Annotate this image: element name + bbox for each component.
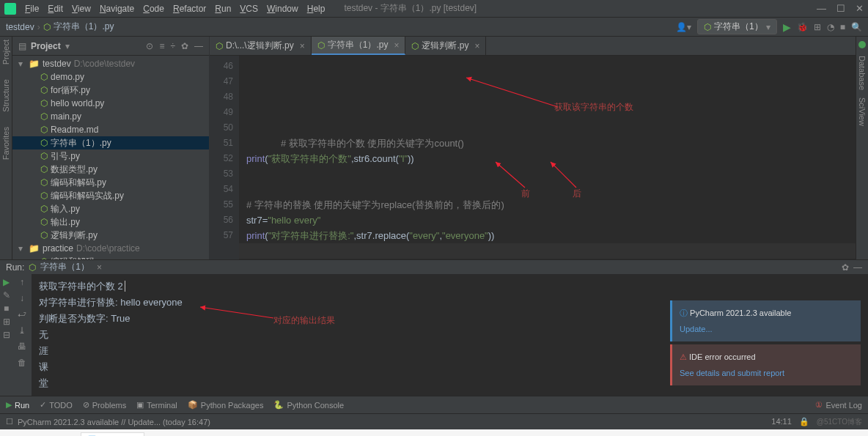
status-message[interactable]: PyCharm 2021.2.3 available // Update... …	[18, 418, 210, 426]
breadcrumb-project[interactable]: testdev	[6, 22, 34, 32]
tree-item[interactable]: ⬡demo.py	[12, 70, 209, 84]
close-tab-icon[interactable]: ×	[394, 40, 399, 51]
menu-navigate[interactable]: Navigate	[95, 4, 139, 14]
editor-tab[interactable]: ⬡字符串（1）.py×	[312, 37, 406, 55]
close-button[interactable]: ✕	[856, 3, 864, 14]
up-icon[interactable]: ↑	[20, 277, 24, 287]
tree-item[interactable]: ▾📁practice D:\code\practice	[12, 242, 209, 255]
event-log-tab[interactable]: ①Event Log	[815, 400, 862, 410]
problems-tab[interactable]: ⊘Problems	[83, 400, 126, 410]
menu-run[interactable]: Run	[210, 4, 235, 14]
debug-button[interactable]: 🐞	[797, 22, 808, 32]
profile-button[interactable]: ◔	[827, 22, 834, 32]
code-editor[interactable]: 获取该字符串的个数 前 后 # 获取字符串的个数 使用的关键字为count() …	[239, 56, 856, 259]
update-notification[interactable]: ⓘ PyCharm 2021.2.3 available Update...	[670, 300, 861, 341]
search-everywhere-button[interactable]: 🔍	[851, 22, 862, 32]
project-panel: ▤ Project ▾ ⊙ ≡ ÷ ✿ ― ▾📁testdev D:\code\…	[12, 37, 210, 259]
tree-item[interactable]: ⬡引号.py	[12, 149, 209, 163]
close-run-tab-icon[interactable]: ×	[97, 262, 102, 273]
sciview-tool-button[interactable]: SciView	[858, 97, 867, 126]
menu-help[interactable]: Help	[303, 4, 330, 14]
favorites-tool-button[interactable]: Favorites	[1, 127, 10, 160]
run-tool-icon[interactable]: ✎	[3, 290, 10, 300]
menu-view[interactable]: View	[67, 4, 95, 14]
annotation-after: 后	[573, 186, 581, 202]
menu-code[interactable]: Code	[139, 4, 169, 14]
terminal-tab[interactable]: ▣Terminal	[136, 400, 177, 410]
lock-icon[interactable]: 🔒	[799, 417, 809, 427]
run-settings-icon[interactable]: ✿	[842, 262, 849, 273]
tree-item[interactable]: ⬡数据类型.py	[12, 163, 209, 176]
structure-tool-button[interactable]: Structure	[1, 79, 10, 112]
run-config-selector[interactable]: ⬡字符串（1）▾	[697, 19, 777, 34]
tree-item[interactable]: ⬡编码和解码.py	[12, 176, 209, 189]
coverage-button[interactable]: ⊞	[814, 22, 821, 32]
tree-item[interactable]: ⬡输出.py	[12, 215, 209, 229]
status-notification-icon[interactable]: ☐	[6, 417, 13, 426]
tree-item[interactable]: ⬡逻辑判断.py	[12, 229, 209, 242]
rerun-button[interactable]: ▶	[3, 277, 10, 287]
python-packages-tab[interactable]: 📦Python Packages	[188, 400, 264, 410]
close-tab-icon[interactable]: ×	[474, 41, 479, 51]
menu-file[interactable]: File	[21, 4, 43, 14]
layout-icon[interactable]: ⊞	[3, 317, 10, 327]
menu-edit[interactable]: Edit	[43, 4, 67, 14]
run-tab-label[interactable]: 字符串（1）	[40, 261, 89, 273]
minimize-button[interactable]: ―	[817, 3, 826, 14]
menu-vcs[interactable]: VCS	[235, 4, 262, 14]
menu-refactor[interactable]: Refactor	[169, 4, 210, 14]
hide-run-icon[interactable]: ―	[853, 262, 862, 273]
caret-position[interactable]: 14:11	[771, 417, 792, 427]
stop-button[interactable]: ■	[840, 22, 845, 32]
expand-all-icon[interactable]: ≡	[159, 41, 164, 51]
python-console-tab[interactable]: 🐍Python Console	[273, 400, 344, 410]
scroll-end-icon[interactable]: ⤓	[18, 325, 26, 336]
navigation-bar: testdev › ⬡ 字符串（1）.py 👤▾ ⬡字符串（1）▾ ▶ 🐞 ⊞ …	[0, 18, 868, 37]
database-tool-button[interactable]: Database	[858, 56, 867, 90]
soft-wrap-icon[interactable]: ⮐	[18, 309, 26, 319]
stop-run-button[interactable]: ■	[4, 303, 9, 314]
python-file-icon: ⬡	[43, 22, 51, 32]
tree-item[interactable]: ⬡编码和解码.py	[12, 255, 209, 259]
breadcrumb-file[interactable]: 字符串（1）.py	[54, 21, 114, 33]
bottom-tool-tabs: ▶Run ✓TODO ⊘Problems ▣Terminal 📦Python P…	[0, 396, 868, 413]
project-tree[interactable]: ▾📁testdev D:\code\testdev⬡demo.py⬡for循环.…	[12, 56, 209, 259]
editor-tab[interactable]: ⬡D:\...\逻辑判断.py×	[210, 37, 312, 55]
tree-item[interactable]: ⬡hello world.py	[12, 97, 209, 110]
collapse-all-icon[interactable]: ÷	[170, 41, 175, 51]
run-tab[interactable]: ▶Run	[6, 400, 29, 410]
tree-item[interactable]: ⬡main.py	[12, 110, 209, 123]
user-icon[interactable]: 👤▾	[676, 22, 691, 32]
run-console[interactable]: 对应的输出结果 获取字符串的个数 2 对字符串进行替换: hello every…	[32, 274, 868, 396]
tree-item[interactable]: ⬡for循环.py	[12, 84, 209, 97]
tree-item[interactable]: ⬡Readme.md	[12, 123, 209, 136]
run-tool-header: Run: ⬡ 字符串（1） × ✿ ―	[0, 260, 868, 274]
todo-tab[interactable]: ✓TODO	[40, 400, 73, 410]
tree-item[interactable]: ⬡输入.py	[12, 202, 209, 215]
right-tool-stripe: Database SciView	[856, 37, 868, 259]
print-icon[interactable]: 🖶	[18, 341, 26, 352]
tree-item[interactable]: ⬡字符串（1）.py	[12, 136, 209, 149]
external-option[interactable]: 📄常用选项	[81, 432, 144, 437]
menu-bar: FileEditViewNavigateCodeRefactorRunVCSWi…	[0, 0, 868, 18]
maximize-button[interactable]: ☐	[836, 3, 845, 14]
select-opened-file-icon[interactable]: ⊙	[146, 41, 153, 51]
clear-icon[interactable]: 🗑	[18, 358, 26, 368]
close-tab-icon[interactable]: ×	[300, 41, 305, 51]
tree-item[interactable]: ▾📁testdev D:\code\testdev	[12, 57, 209, 70]
window-title: testdev - 字符串（1）.py [testdev]	[344, 2, 817, 15]
inspection-ok-icon[interactable]	[858, 41, 866, 48]
menu-window[interactable]: Window	[262, 4, 303, 14]
pin-icon[interactable]: ⊟	[3, 330, 10, 340]
error-notification[interactable]: ⚠ IDE error occurred See details and sub…	[670, 344, 861, 385]
down-icon[interactable]: ↓	[20, 293, 24, 303]
hide-panel-icon[interactable]: ―	[194, 41, 203, 51]
external-panel: 📄常用选项	[0, 429, 868, 436]
settings-icon[interactable]: ✿	[181, 41, 188, 51]
run-button[interactable]: ▶	[783, 21, 791, 33]
editor-tab[interactable]: ⬡逻辑判断.py×	[405, 37, 486, 55]
error-details-link[interactable]: See details and submit report	[680, 369, 784, 377]
project-tool-button[interactable]: Project	[1, 40, 10, 64]
update-link[interactable]: Update...	[680, 325, 713, 333]
tree-item[interactable]: ⬡编码和解码实战.py	[12, 189, 209, 202]
